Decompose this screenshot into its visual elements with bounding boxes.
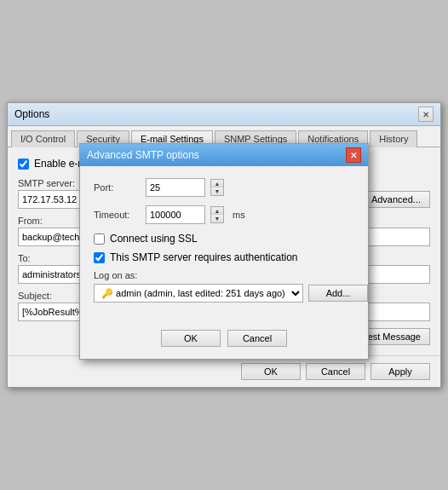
modal-bottom-bar: OK Cancel — [80, 323, 368, 359]
advanced-smtp-dialog: Advanced SMTP options ✕ Port: ▲ ▼ — [79, 143, 369, 360]
logon-label: Log on as: — [94, 270, 354, 280]
timeout-input[interactable] — [146, 205, 205, 224]
ssl-checkbox[interactable] — [94, 233, 105, 245]
ok-button[interactable]: OK — [241, 363, 301, 380]
port-spinner: ▲ ▼ — [210, 179, 224, 196]
ssl-label: Connect using SSL — [110, 233, 198, 245]
timeout-label: Timeout: — [94, 210, 141, 220]
bottom-bar: OK Cancel Apply — [8, 355, 440, 387]
title-bar: Options ✕ — [8, 103, 440, 126]
auth-checkbox[interactable] — [94, 252, 105, 263]
timeout-row: Timeout: ▲ ▼ ms — [94, 205, 354, 224]
modal-ok-button[interactable]: OK — [161, 330, 221, 347]
window-title: Options — [14, 108, 49, 120]
window-close-button[interactable]: ✕ — [418, 107, 434, 122]
credential-row: 🔑 admin (admin, last edited: 251 days ag… — [94, 284, 354, 303]
port-input[interactable] — [146, 178, 205, 197]
tab-content: Enable e-mail notifications (recommended… — [8, 147, 440, 355]
add-credential-button[interactable]: Add... — [308, 285, 368, 302]
port-label: Port: — [94, 182, 141, 193]
auth-label: This SMTP server requires authentication — [110, 251, 298, 263]
auth-row: This SMTP server requires authentication — [94, 251, 354, 263]
port-row: Port: ▲ ▼ — [94, 178, 354, 197]
modal-close-button[interactable]: ✕ — [346, 147, 361, 163]
timeout-down-button[interactable]: ▼ — [211, 215, 223, 222]
port-up-button[interactable]: ▲ — [211, 180, 223, 187]
modal-cancel-button[interactable]: Cancel — [227, 330, 287, 347]
timeout-spinner: ▲ ▼ — [210, 206, 224, 223]
ssl-row: Connect using SSL — [94, 233, 354, 245]
credential-select[interactable]: 🔑 admin (admin, last edited: 251 days ag… — [94, 284, 303, 303]
tab-history[interactable]: History — [370, 130, 417, 147]
port-down-button[interactable]: ▼ — [211, 187, 223, 195]
main-window: Options ✕ I/O Control Security E-mail Se… — [7, 102, 441, 388]
modal-title: Advanced SMTP options — [87, 149, 199, 161]
tab-io-control[interactable]: I/O Control — [11, 130, 75, 147]
modal-content: Port: ▲ ▼ Timeout: ▲ ▼ — [80, 166, 368, 323]
apply-button[interactable]: Apply — [370, 363, 430, 380]
logon-group: Log on as: 🔑 admin (admin, last edited: … — [94, 270, 354, 303]
timeout-up-button[interactable]: ▲ — [211, 207, 223, 215]
modal-title-bar: Advanced SMTP options ✕ — [80, 144, 368, 166]
ms-label: ms — [233, 210, 245, 220]
cancel-button[interactable]: Cancel — [306, 363, 365, 380]
modal-overlay: Advanced SMTP options ✕ Port: ▲ ▼ — [8, 147, 440, 355]
